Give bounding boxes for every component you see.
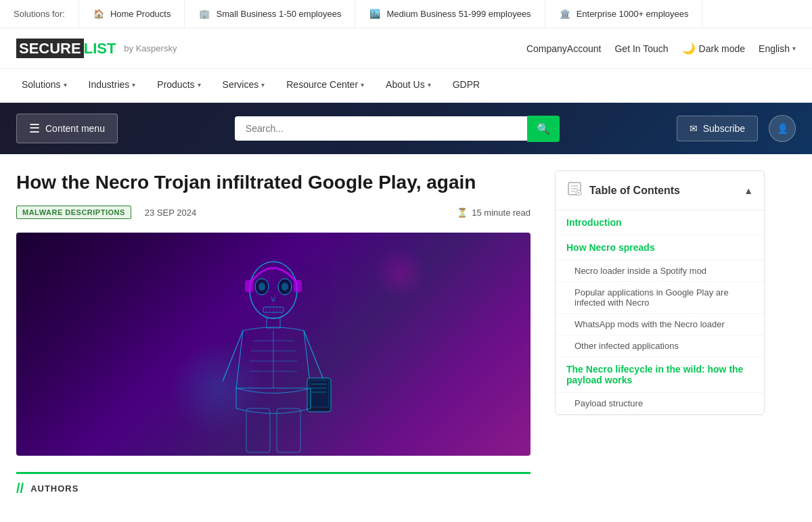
header-right: CompanyAccount Get In Touch 🌙 Dark mode …	[526, 42, 796, 55]
article-title: How the Necro Trojan infiltrated Google …	[16, 170, 531, 195]
toc-icon	[566, 181, 583, 200]
toc-item-necro-loader-spotify[interactable]: Necro loader inside a Spotify mod	[556, 260, 764, 282]
sidebar-toc: Table of Contents ▲ Introduction How Nec…	[555, 170, 765, 496]
skeleton-figure	[206, 253, 341, 456]
toc-container: Table of Contents ▲ Introduction How Nec…	[555, 170, 765, 415]
svg-rect-13	[294, 280, 302, 292]
top-bar-medium-business[interactable]: 🏙️ Medium Business 51-999 employees	[355, 0, 545, 28]
chevron-down-icon: ▾	[198, 81, 201, 89]
moon-icon: 🌙	[682, 42, 696, 55]
search-icon: 🔍	[537, 123, 550, 135]
user-icon: 👤	[777, 123, 788, 134]
content-bar: ☰ Content menu 🔍 ✉ Subscribe 👤	[0, 103, 812, 154]
search-button[interactable]: 🔍	[527, 116, 560, 142]
toc-header: Table of Contents ▲	[556, 171, 764, 210]
svg-rect-24	[246, 408, 270, 452]
top-bar: Solutions for: 🏠 Home Products 🏢 Small B…	[0, 0, 812, 28]
svg-rect-25	[277, 408, 300, 452]
chevron-down-icon: ▾	[132, 81, 135, 89]
site-header: SECURELIST by Kaspersky CompanyAccount G…	[0, 28, 812, 69]
top-bar-enterprise[interactable]: 🏛️ Enterprise 1000+ employees	[545, 0, 703, 28]
search-input[interactable]	[235, 116, 527, 141]
svg-rect-12	[245, 280, 253, 292]
chevron-down-icon: ▾	[792, 45, 796, 52]
authors-slash-decoration: //	[16, 481, 24, 496]
toc-item-other-infected[interactable]: Other infected applications	[556, 335, 764, 357]
nav-products[interactable]: Products ▾	[146, 69, 211, 102]
logo[interactable]: SECURELIST by Kaspersky	[16, 40, 177, 57]
toc-item-payload-structure[interactable]: Payload structure	[556, 393, 764, 414]
company-account-link[interactable]: CompanyAccount	[526, 43, 602, 54]
toc-item-introduction[interactable]: Introduction	[556, 210, 764, 235]
mail-icon: ✉	[690, 123, 698, 134]
building-medium-icon: 🏙️	[369, 9, 381, 20]
subscribe-button[interactable]: ✉ Subscribe	[677, 116, 758, 141]
chevron-down-icon: ▾	[361, 81, 364, 89]
malware-badge: MALWARE DESCRIPTIONS	[16, 206, 131, 219]
language-selector[interactable]: English ▾	[759, 43, 796, 54]
dark-mode-toggle[interactable]: 🌙 Dark mode	[682, 42, 745, 55]
nav-resource-center[interactable]: Resource Center ▾	[275, 69, 375, 102]
article-area: How the Necro Trojan infiltrated Google …	[16, 170, 531, 496]
logo-secure: SECURE	[16, 39, 84, 58]
nav-gdpr[interactable]: GDPR	[442, 69, 491, 102]
toc-title: Table of Contents	[589, 185, 680, 197]
svg-point-3	[258, 283, 265, 291]
chevron-down-icon: ▾	[261, 81, 265, 89]
top-bar-small-business[interactable]: 🏢 Small Business 1-50 employees	[185, 0, 355, 28]
building-small-icon: 🏢	[198, 9, 210, 20]
solutions-label: Solutions for:	[0, 0, 79, 28]
house-icon: 🏠	[93, 9, 105, 20]
nav-solutions[interactable]: Solutions ▾	[11, 69, 78, 102]
hourglass-icon: ⏳	[457, 208, 468, 218]
search-area: 🔍	[235, 116, 560, 142]
svg-rect-11	[267, 318, 280, 328]
hamburger-icon: ☰	[29, 121, 40, 136]
nav-about-us[interactable]: About Us ▾	[375, 69, 442, 102]
svg-point-4	[281, 283, 288, 291]
article-meta: MALWARE DESCRIPTIONS 23 SEP 2024 ⏳ 15 mi…	[16, 206, 531, 219]
article-hero-image	[16, 233, 531, 456]
authors-label: AUTHORS	[30, 483, 78, 494]
main-content: How the Necro Trojan infiltrated Google …	[0, 154, 812, 513]
get-in-touch-link[interactable]: Get In Touch	[614, 43, 668, 54]
toc-item-how-necro-spreads[interactable]: How Necro spreads	[556, 235, 764, 260]
building-large-icon: 🏛️	[559, 9, 571, 20]
toc-title-area: Table of Contents	[566, 181, 680, 200]
article-date: 23 SEP 2024	[145, 208, 196, 218]
toc-collapse-button[interactable]: ▲	[744, 185, 753, 196]
logo-list: LIST	[84, 40, 116, 57]
toc-item-whatsapp-mods[interactable]: WhatsApp mods with the Necro loader	[556, 314, 764, 335]
nav-industries[interactable]: Industries ▾	[78, 69, 147, 102]
nav-services[interactable]: Services ▾	[212, 69, 276, 102]
user-account-button[interactable]: 👤	[769, 115, 796, 142]
main-nav: Solutions ▾ Industries ▾ Products ▾ Serv…	[0, 69, 812, 103]
content-menu-button[interactable]: ☰ Content menu	[16, 114, 118, 143]
read-time: ⏳ 15 minute read	[457, 208, 531, 218]
logo-by: by Kaspersky	[124, 43, 177, 53]
toc-item-necro-lifecycle[interactable]: The Necro lifecycle in the wild: how the…	[556, 357, 764, 393]
chevron-down-icon: ▾	[64, 81, 67, 89]
top-bar-home-products[interactable]: 🏠 Home Products	[79, 0, 185, 28]
neon-pink-decoration	[374, 246, 428, 300]
authors-section: // AUTHORS	[16, 472, 531, 496]
chevron-down-icon: ▾	[428, 81, 431, 89]
toc-item-popular-apps[interactable]: Popular applications in Google Play are …	[556, 282, 764, 314]
